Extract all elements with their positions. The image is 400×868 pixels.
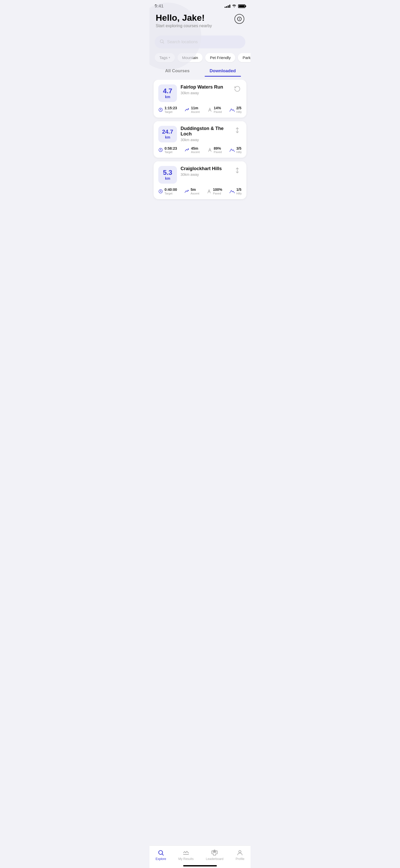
course-name-duddingston: Duddingston & The Loch (181, 126, 229, 137)
course-name-craiglockhart: Craiglockhart Hills (181, 166, 229, 172)
distance-badge-craiglockhart: 5.3 km (158, 166, 177, 184)
stat-label-paved-fairlop: Paved (214, 110, 222, 114)
clock-icon (158, 107, 163, 112)
ascent-icon (184, 189, 189, 194)
course-refresh-button-fairlop[interactable] (233, 85, 242, 94)
stat-target-fairlop: 1:15:23 Target (158, 106, 177, 113)
stat-value-hilly-fairlop: 2/5 (236, 106, 242, 110)
svg-point-6 (160, 110, 161, 110)
stat-hilly-fairlop: 2/5 Hilly (229, 106, 242, 113)
info-button[interactable] (235, 14, 244, 24)
distance-unit-duddingston: km (162, 135, 173, 139)
course-card-craiglockhart[interactable]: 5.3 km Craiglockhart Hills 30km away (154, 161, 246, 199)
wifi-icon (232, 4, 237, 8)
course-stats-craiglockhart: 0:40:00 Target 5m Ascent (158, 188, 242, 195)
stat-label-hilly-duddingston: Hilly (236, 150, 242, 154)
stat-hilly-craiglockhart: 1/5 Hilly (229, 188, 242, 195)
course-card-duddingston[interactable]: 24.7 km Duddingston & The Loch 30km away (154, 121, 246, 158)
stat-label-hilly-fairlop: Hilly (236, 110, 242, 114)
stat-label-target-duddingston: Target (164, 150, 177, 154)
header: Hello, Jake! Start exploring courses nea… (150, 10, 250, 32)
course-name-fairlop: Fairlop Waters Run (181, 85, 229, 90)
distance-badge-fairlop: 4.7 km (158, 85, 177, 102)
mountain-icon (229, 107, 235, 112)
greeting-subtitle: Start exploring courses nearby (156, 24, 212, 28)
stat-paved-duddingston: 89% Paved (208, 147, 222, 154)
course-transfer-button-craiglockhart[interactable] (233, 166, 242, 176)
stat-label-paved-duddingston: Paved (214, 150, 222, 154)
stat-label-hilly-craiglockhart: Hilly (236, 192, 242, 195)
stat-ascent-craiglockhart: 5m Ascent (184, 188, 199, 195)
distance-badge-duddingston: 24.7 km (158, 126, 177, 143)
stat-ascent-fairlop: 11m Ascent (185, 106, 200, 113)
mountain-icon (229, 148, 235, 152)
stat-value-target-fairlop: 1:15:23 (164, 106, 177, 110)
distance-number-craiglockhart: 5.3 (162, 169, 173, 176)
course-info-fairlop: Fairlop Waters Run 30km away (181, 85, 229, 95)
stat-label-target-craiglockhart: Target (164, 192, 177, 195)
stat-label-ascent-fairlop: Ascent (191, 110, 200, 114)
svg-point-16 (160, 191, 161, 192)
distance-number-duddingston: 24.7 (162, 129, 173, 135)
stat-value-paved-fairlop: 14% (214, 106, 222, 110)
battery-icon (238, 4, 245, 8)
course-stats-duddingston: 0:58:23 Target 45m Ascent (158, 147, 242, 154)
ascent-icon (185, 107, 189, 112)
course-tabs: All Courses Downloaded (150, 66, 250, 76)
signal-icon (225, 5, 230, 8)
stat-value-hilly-craiglockhart: 1/5 (236, 188, 242, 192)
stat-value-paved-craiglockhart: 100% (213, 188, 222, 192)
filter-tag-park[interactable]: Park (238, 53, 250, 62)
stat-target-duddingston: 0:58:23 Target (158, 147, 177, 154)
course-away-craiglockhart: 30km away (181, 173, 229, 177)
road-icon (207, 189, 211, 194)
tab-downloaded[interactable]: Downloaded (200, 66, 245, 76)
clock-icon (158, 189, 163, 194)
stat-ascent-duddingston: 45m Ascent (185, 147, 200, 154)
road-icon (208, 107, 212, 112)
course-stats-fairlop: 1:15:23 Target 11m Ascent (158, 106, 242, 113)
course-info-duddingston: Duddingston & The Loch 30km away (181, 126, 229, 142)
course-info-craiglockhart: Craiglockhart Hills 30km away (181, 166, 229, 177)
road-icon (208, 148, 212, 152)
stat-label-target-fairlop: Target (164, 110, 177, 114)
greeting-title: Hello, Jake! (156, 13, 212, 23)
distance-unit-craiglockhart: km (162, 176, 173, 181)
course-away-fairlop: 30km away (181, 91, 229, 95)
course-transfer-button-duddingston[interactable] (233, 126, 242, 135)
distance-number-fairlop: 4.7 (162, 88, 173, 94)
stat-label-ascent-craiglockhart: Ascent (191, 192, 199, 195)
stat-hilly-duddingston: 3/5 Hilly (229, 147, 242, 154)
phone-container: 9:41 Hello, Jake! Start exploring co (150, 0, 250, 222)
stat-value-ascent-duddingston: 45m (191, 147, 200, 150)
ascent-icon (185, 148, 189, 152)
stat-label-ascent-duddingston: Ascent (191, 150, 200, 154)
distance-unit-fairlop: km (162, 95, 173, 99)
tab-all-courses[interactable]: All Courses (155, 66, 200, 76)
mountain-icon (229, 189, 235, 194)
stat-value-target-craiglockhart: 0:40:00 (164, 188, 177, 192)
stat-value-target-duddingston: 0:58:23 (164, 147, 177, 150)
course-away-duddingston: 30km away (181, 138, 229, 142)
stat-value-paved-duddingston: 89% (214, 147, 222, 150)
stat-target-craiglockhart: 0:40:00 Target (158, 188, 177, 195)
stat-paved-fairlop: 14% Paved (208, 106, 222, 113)
courses-list: 4.7 km Fairlop Waters Run 30km away (150, 80, 250, 222)
stat-paved-craiglockhart: 100% Paved (207, 188, 222, 195)
stat-label-paved-craiglockhart: Paved (213, 192, 222, 195)
clock-icon (158, 148, 163, 152)
course-card-fairlop[interactable]: 4.7 km Fairlop Waters Run 30km away (154, 80, 246, 117)
status-icons (225, 4, 245, 8)
stat-value-ascent-fairlop: 11m (191, 106, 200, 110)
stat-value-hilly-duddingston: 3/5 (236, 147, 242, 150)
svg-point-11 (160, 150, 161, 150)
stat-value-ascent-craiglockhart: 5m (191, 188, 199, 192)
filter-tag-pet-friendly[interactable]: Pet Friendly (205, 53, 235, 62)
